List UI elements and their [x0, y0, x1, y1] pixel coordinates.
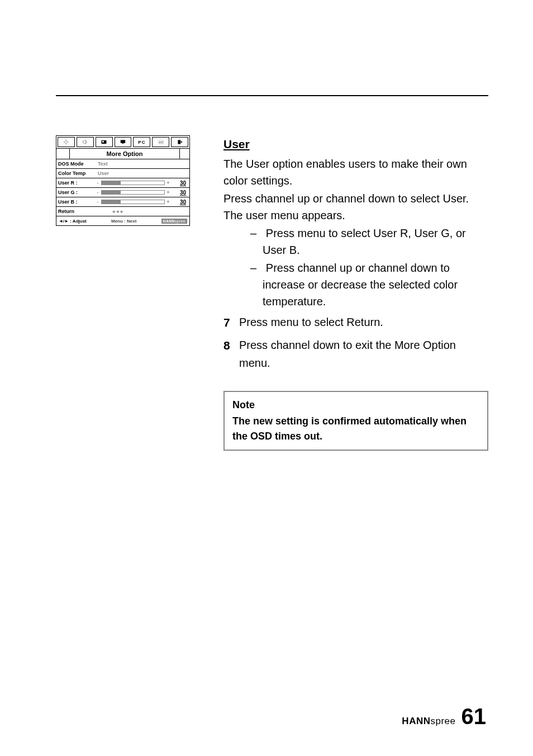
user-r-row: User R : - + 30 [56, 178, 189, 188]
user-b-label: User B : [56, 199, 96, 205]
user-b-value: 30 [172, 199, 188, 205]
return-row: Return ◄◄◄ [56, 207, 189, 216]
step-text-7: Press menu to select Return. [239, 313, 383, 332]
dos-mode-label: DOS Mode [56, 161, 96, 167]
user-r-slider [101, 181, 165, 185]
audio-tab-icon [77, 137, 94, 147]
note-title: Note [232, 398, 479, 413]
minus-icon: - [96, 190, 100, 195]
step-number-7: 7 [223, 313, 235, 332]
osd-tab-bar: PC ETC [56, 136, 189, 149]
minus-icon: - [96, 180, 100, 186]
brand-logo: HANNspree [402, 716, 455, 727]
color-temp-label: Color Temp [56, 171, 96, 176]
svg-marker-5 [83, 140, 86, 144]
footer-adjust: ◄/► : Adjust [59, 219, 87, 224]
image-tab-icon [96, 137, 113, 147]
exit-tab-icon [171, 137, 188, 147]
svg-point-0 [65, 141, 68, 144]
user-description-1: The User option enables users to make th… [223, 155, 488, 189]
osd-title: More Option [70, 149, 179, 159]
user-r-value: 30 [172, 180, 188, 186]
display-tab-icon [115, 137, 132, 147]
dash-item-2: Press channel up or channel down to incr… [237, 259, 488, 310]
svg-rect-12 [178, 140, 180, 144]
user-g-slider [101, 190, 165, 195]
color-temp-row: Color Temp User [56, 169, 189, 178]
user-g-value: 30 [172, 190, 188, 196]
footer-next: Menu : Next [111, 219, 136, 224]
pc-tab: PC [133, 137, 150, 147]
svg-marker-13 [180, 141, 182, 143]
page-number: 61 [461, 704, 487, 729]
etc-tab-icon: ETC [152, 137, 169, 147]
user-r-label: User R : [56, 180, 96, 186]
return-arrow-icon: ◄◄◄ [96, 209, 123, 214]
plus-icon: + [166, 180, 170, 186]
svg-text:ETC: ETC [159, 141, 164, 144]
brightness-tab-icon [58, 137, 75, 147]
footer-brand: HANNspree [161, 219, 187, 224]
svg-rect-8 [121, 140, 125, 143]
step-text-8: Press channel down to exit the More Opti… [239, 336, 488, 372]
svg-rect-9 [122, 143, 123, 144]
user-description-2: Press channel up or channel down to sele… [223, 190, 488, 224]
dash-item-1: Press menu to select User R, User G, or … [237, 225, 488, 258]
user-b-slider [101, 200, 165, 204]
note-box: Note The new setting is confirmed automa… [223, 391, 488, 451]
user-g-row: User G : - + 30 [56, 188, 189, 197]
user-b-row: User B : - + 30 [56, 197, 189, 207]
return-label: Return [56, 209, 96, 214]
minus-icon: - [96, 199, 100, 205]
page-footer: HANNspree 61 [402, 704, 486, 729]
osd-menu: PC ETC More Option DOS Mode Text Color T… [56, 135, 190, 226]
svg-rect-7 [102, 141, 104, 142]
step-number-8: 8 [223, 336, 235, 372]
note-body: The new setting is confirmed automatical… [232, 414, 479, 444]
dos-mode-row: DOS Mode Text [56, 159, 189, 169]
plus-icon: + [166, 190, 170, 195]
user-g-label: User G : [56, 190, 96, 195]
osd-footer: ◄/► : Adjust Menu : Next HANNspree [56, 216, 189, 225]
section-title-user: User [223, 135, 488, 153]
plus-icon: + [166, 199, 170, 205]
color-temp-value: User [96, 171, 109, 176]
dos-mode-value: Text [96, 161, 108, 167]
